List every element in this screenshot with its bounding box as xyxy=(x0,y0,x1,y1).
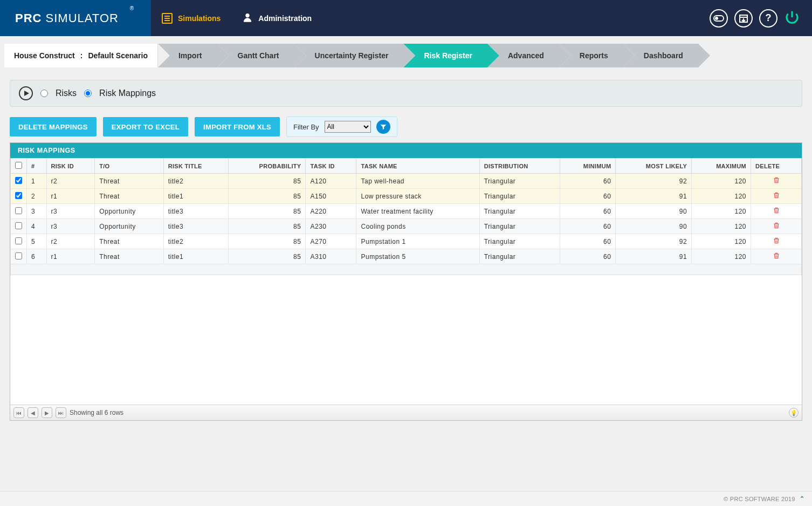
list-icon xyxy=(162,13,173,24)
cell-prob: 85 xyxy=(229,204,306,219)
row-checkbox[interactable] xyxy=(15,207,22,214)
delete-row-button[interactable] xyxy=(751,189,802,204)
breadcrumb-sep: : xyxy=(80,51,83,60)
nav-simulations-label: Simulations xyxy=(178,14,221,23)
calendar-icon[interactable] xyxy=(734,9,753,28)
import-xls-button[interactable]: IMPORT FROM XLS xyxy=(195,117,280,136)
radio-risks-label[interactable]: Risks xyxy=(56,88,77,98)
table-row[interactable]: 6r1Threattitle185A310Pumpstation 5Triang… xyxy=(11,249,802,264)
pager-status: Showing all 6 rows xyxy=(70,409,123,416)
app-header: PRC SIMULATOR ® Simulations Administrati… xyxy=(0,0,812,36)
row-checkbox[interactable] xyxy=(15,177,22,184)
table-row[interactable]: 2r1Threattitle185A150Low pressure stackT… xyxy=(11,189,802,204)
risk-mappings-table: #RISK IDT/ORISK TITLEPROBABILITYTASK IDT… xyxy=(10,158,802,275)
cell-to: Threat xyxy=(95,249,164,264)
filter-label: Filter By xyxy=(293,123,319,131)
user-icon xyxy=(242,12,253,24)
nav-simulations[interactable]: Simulations xyxy=(162,13,221,24)
table-row[interactable]: 1r2Threattitle285A120Tap well-headTriang… xyxy=(11,174,802,189)
cell-tname: Low pressure stack xyxy=(356,189,479,204)
cell-min: 60 xyxy=(560,249,616,264)
table-row[interactable]: 3r3Opportunitytitle385A220Water treatmen… xyxy=(11,204,802,219)
cell-n: 4 xyxy=(27,219,47,234)
radio-risk-mappings[interactable] xyxy=(84,90,92,97)
cell-max: 120 xyxy=(692,234,751,249)
svg-point-0 xyxy=(246,13,250,17)
col-distribution[interactable]: DISTRIBUTION xyxy=(479,159,560,174)
toggle-icon[interactable] xyxy=(710,9,728,28)
col-maximum[interactable]: MAXIMUM xyxy=(692,159,751,174)
table-row[interactable]: 4r3Opportunitytitle385A230Cooling pondsT… xyxy=(11,219,802,234)
scroll-top-icon[interactable]: ⌃ xyxy=(800,495,804,502)
cell-dist: Triangular xyxy=(479,189,560,204)
action-bar: DELETE MAPPINGS EXPORT TO EXCEL IMPORT F… xyxy=(0,107,812,142)
delete-mappings-button[interactable]: DELETE MAPPINGS xyxy=(10,117,97,136)
cell-to: Threat xyxy=(95,189,164,204)
help-icon[interactable]: ? xyxy=(759,9,777,28)
page-footer: © PRC SOFTWARE 2019 ⌃ xyxy=(0,491,812,506)
cell-title: title2 xyxy=(163,174,229,189)
cell-min: 60 xyxy=(560,234,616,249)
tab-import[interactable]: Import xyxy=(158,44,217,67)
pager-next-icon[interactable]: ▶ xyxy=(42,407,52,418)
pager-prev-icon[interactable]: ◀ xyxy=(27,407,38,418)
row-checkbox[interactable] xyxy=(15,252,22,259)
radio-risks[interactable] xyxy=(40,90,48,97)
filter-icon[interactable] xyxy=(376,120,390,134)
cell-dist: Triangular xyxy=(479,174,560,189)
footer-copyright: © PRC SOFTWARE 2019 xyxy=(724,496,795,502)
row-checkbox[interactable] xyxy=(15,192,22,199)
cell-max: 120 xyxy=(692,249,751,264)
cell-tid: A310 xyxy=(306,249,356,264)
row-checkbox[interactable] xyxy=(15,222,22,229)
col-t-o[interactable]: T/O xyxy=(95,159,164,174)
col-task-name[interactable]: TASK NAME xyxy=(356,159,479,174)
cell-ml: 92 xyxy=(616,234,692,249)
nav-administration[interactable]: Administration xyxy=(242,12,312,24)
pager-last-icon[interactable]: ⏭ xyxy=(56,407,66,418)
power-icon[interactable] xyxy=(784,9,802,28)
delete-row-button[interactable] xyxy=(751,204,802,219)
cell-max: 120 xyxy=(692,174,751,189)
delete-row-button[interactable] xyxy=(751,249,802,264)
delete-row-button[interactable] xyxy=(751,174,802,189)
table-row[interactable]: 5r2Threattitle285A270Pumpstation 1Triang… xyxy=(11,234,802,249)
cell-n: 5 xyxy=(27,234,47,249)
col-risk-id[interactable]: RISK ID xyxy=(46,159,95,174)
radio-risk-mappings-label[interactable]: Risk Mappings xyxy=(99,88,156,98)
cell-tname: Pumpstation 5 xyxy=(356,249,479,264)
tab-uncertainty-register[interactable]: Uncertainty Register xyxy=(294,44,404,67)
cell-min: 60 xyxy=(560,189,616,204)
table-pager: ⏮ ◀ ▶ ⏭ Showing all 6 rows 💡 xyxy=(10,405,802,420)
tab-risk-register[interactable]: Risk Register xyxy=(403,44,487,67)
table-whitespace xyxy=(10,275,802,405)
risk-mappings-panel: RISK MAPPINGS #RISK IDT/ORISK TITLEPROBA… xyxy=(10,142,802,421)
delete-row-button[interactable] xyxy=(751,219,802,234)
cell-ml: 91 xyxy=(616,249,692,264)
col-risk-title[interactable]: RISK TITLE xyxy=(163,159,229,174)
delete-row-button[interactable] xyxy=(751,234,802,249)
pager-first-icon[interactable]: ⏮ xyxy=(13,407,24,418)
col-task-id[interactable]: TASK ID xyxy=(306,159,356,174)
export-excel-button[interactable]: EXPORT TO EXCEL xyxy=(103,117,188,136)
select-all-checkbox[interactable] xyxy=(15,162,22,169)
cell-n: 2 xyxy=(27,189,47,204)
cell-min: 60 xyxy=(560,174,616,189)
filter-select[interactable]: All xyxy=(325,121,371,133)
logo: PRC SIMULATOR ® xyxy=(0,0,151,36)
cell-title: title3 xyxy=(163,204,229,219)
col-most-likely[interactable]: MOST LIKELY xyxy=(616,159,692,174)
col-minimum[interactable]: MINIMUM xyxy=(560,159,616,174)
cell-max: 120 xyxy=(692,219,751,234)
breadcrumb[interactable]: House Construct : Default Scenario xyxy=(4,44,158,67)
col-probability[interactable]: PROBABILITY xyxy=(229,159,306,174)
lightbulb-icon[interactable]: 💡 xyxy=(789,408,799,418)
run-icon[interactable] xyxy=(19,86,33,100)
row-checkbox[interactable] xyxy=(15,237,22,244)
col--[interactable]: # xyxy=(27,159,47,174)
col-delete[interactable]: DELETE xyxy=(751,159,802,174)
logo-bold: PRC xyxy=(15,11,42,25)
breadcrumb-scenario: Default Scenario xyxy=(88,51,147,60)
cell-min: 60 xyxy=(560,219,616,234)
cell-ml: 90 xyxy=(616,219,692,234)
